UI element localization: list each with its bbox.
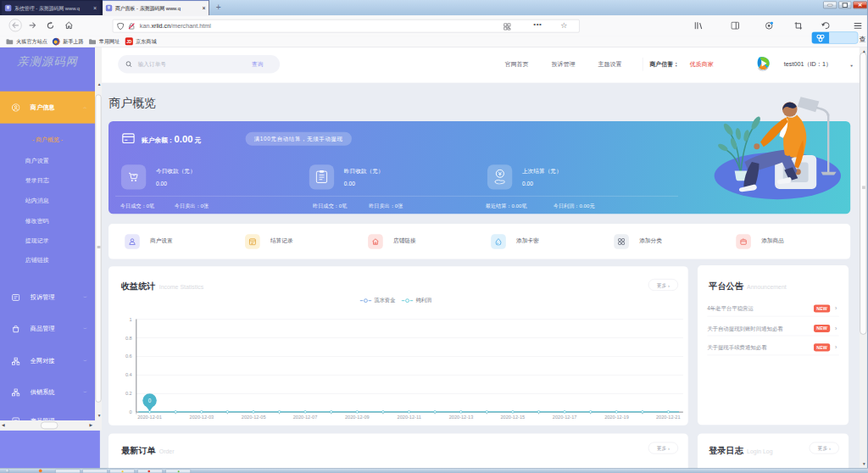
- svg-text:0: 0: [148, 398, 152, 403]
